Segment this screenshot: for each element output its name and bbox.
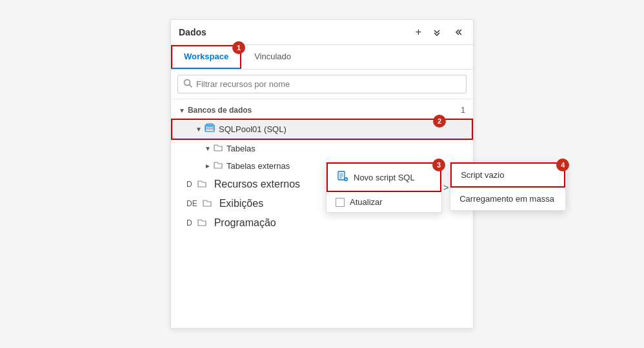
script-vazio-label: Script vazio: [461, 170, 504, 180]
tab-workspace[interactable]: Workspace 1: [171, 45, 241, 69]
panel-title: Dados: [179, 27, 206, 37]
tree-container: ▼ Bancos de dados 1 ▼: [171, 99, 473, 328]
collapse-button[interactable]: [429, 26, 445, 39]
submenu-arrow: >: [442, 176, 450, 199]
search-icon: [183, 79, 192, 90]
programacao-prefix: D: [186, 218, 192, 227]
tree-section-title: ▼ Bancos de dados: [179, 106, 252, 115]
tree-programacao[interactable]: D Programação: [171, 213, 473, 233]
script-vazio-item[interactable]: Script vazio 4: [450, 162, 565, 188]
db-item[interactable]: ▼ SQLPool01 (SQL) 2: [171, 119, 473, 140]
section-count: 1: [461, 106, 465, 115]
db-icon: [205, 123, 215, 135]
tab-workspace-label: Workspace: [184, 52, 228, 61]
tabelas-label: Tabelas: [226, 144, 256, 153]
novo-script-sql-label: Novo script SQL: [354, 173, 415, 182]
panel-actions: +: [413, 25, 465, 39]
side-panel: Dados + Workspa: [170, 19, 474, 329]
db-expand-icon: ▼: [196, 126, 202, 133]
expand-section-icon: ▼: [179, 107, 185, 114]
atualizar-item[interactable]: Atualizar: [327, 192, 441, 212]
context-area: Novo script SQL 3 Atualizar > Script vaz…: [326, 162, 566, 213]
folder-icon: [214, 143, 223, 154]
novo-script-sql-item[interactable]: Novo script SQL 3: [327, 162, 441, 192]
db-item-container: ▼ SQLPool01 (SQL) 2: [171, 119, 473, 140]
tab-vinculado-label: Vinculado: [254, 52, 291, 61]
recursos-icon: [197, 179, 206, 190]
sql-script-icon: [337, 170, 348, 184]
search-container: [171, 70, 473, 99]
search-box: [177, 75, 467, 93]
db-label: SQLPool01 (SQL): [219, 124, 287, 134]
context-menu: Novo script SQL 3 Atualizar: [326, 162, 442, 213]
atualizar-label: Atualizar: [350, 197, 383, 207]
tabs-row: Workspace 1 Vinculado: [171, 45, 473, 70]
programacao-label: Programação: [214, 217, 276, 229]
section-label: Bancos de dados: [188, 106, 252, 115]
recursos-prefix: D: [186, 180, 192, 189]
folder-ext-icon: [214, 160, 223, 171]
carregamento-massa-label: Carregamento em massa: [459, 194, 554, 204]
exibicoes-icon: [203, 198, 212, 209]
search-input[interactable]: [196, 79, 461, 89]
step-badge-3: 3: [432, 159, 445, 171]
step-badge-2: 2: [433, 115, 446, 128]
sub-menu: Script vazio 4 Carregamento em massa: [450, 162, 566, 211]
exibicoes-prefix: DE: [186, 199, 197, 208]
carregamento-massa-item[interactable]: Carregamento em massa: [450, 188, 565, 210]
main-container: Dados + Workspa: [0, 0, 644, 348]
tree-tabelas[interactable]: ▼ Tabelas: [171, 140, 473, 157]
recursos-label: Recursos externos: [214, 179, 300, 190]
svg-line-1: [190, 85, 192, 88]
tabelas-ext-label: Tabelas externas: [226, 161, 290, 171]
tab-vinculado[interactable]: Vinculado: [241, 45, 304, 69]
exibicoes-label: Exibições: [219, 198, 263, 209]
minimize-button[interactable]: [450, 26, 465, 39]
atualizar-checkbox[interactable]: [336, 198, 345, 207]
programacao-icon: [197, 218, 206, 229]
tabelas-expand-icon: ▼: [205, 145, 211, 152]
step-badge-4: 4: [556, 159, 569, 171]
tabelas-ext-expand-icon: ►: [205, 162, 211, 169]
panel-header: Dados +: [171, 20, 473, 45]
tree-section-header: ▼ Bancos de dados 1: [171, 102, 473, 119]
add-button[interactable]: +: [413, 25, 424, 39]
